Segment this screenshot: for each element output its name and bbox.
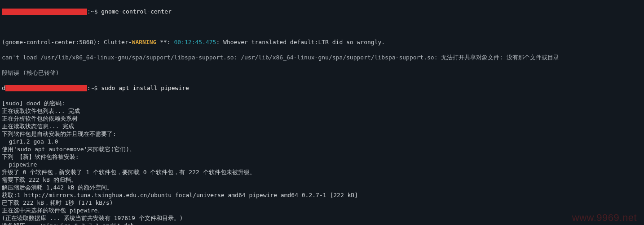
apt-line: 正在读取状态信息... 完成 bbox=[2, 122, 642, 130]
segfault-line: 段错误 (核心已转储) bbox=[2, 69, 642, 76]
warning-label: WARNING bbox=[132, 39, 157, 45]
apt-line: 升级了 0 个软件包，新安装了 1 个软件包，要卸载 0 个软件包，有 222 … bbox=[2, 168, 642, 176]
prompt-suffix-2: :~$ bbox=[87, 85, 101, 91]
terminal-output[interactable]: xxxxxxxxxxxxxxxxxxxxxxx:~$ gnome-control… bbox=[0, 0, 644, 225]
log-mid: **: bbox=[156, 39, 174, 45]
apt-line: 正在读取软件包列表... 完成 bbox=[2, 107, 642, 115]
apt-line: 解压缩后会消耗 1,442 kB 的额外空间。 bbox=[2, 184, 642, 191]
redacted-host-1: xxxxxxxxxxxxxxxxxxxxxxx bbox=[2, 9, 87, 15]
apt-line: 正在分析软件包的依赖关系树 bbox=[2, 115, 642, 122]
apt-line: pipewire bbox=[2, 161, 642, 168]
command-2: sudo apt install pipewire bbox=[101, 85, 189, 91]
apt-line: 下列 【新】软件包将被安装: bbox=[2, 153, 642, 161]
apt-line: gir1.2-goa-1.0 bbox=[2, 138, 642, 145]
cant-load-line: can't load /usr/lib/x86_64-linux-gnu/spa… bbox=[2, 54, 642, 61]
prompt-suffix-1: :~$ bbox=[87, 8, 101, 15]
watermark: www.9969.net bbox=[572, 214, 637, 221]
apt-line: 下列软件包是自动安装的并且现在不需要了: bbox=[2, 130, 642, 138]
clutter-warning-line: (gnome-control-center:5868): Clutter-WAR… bbox=[2, 38, 642, 46]
apt-output-block: [sudo] dood 的密码:正在读取软件包列表... 完成正在分析软件包的依… bbox=[2, 99, 642, 225]
apt-line: 需要下载 222 kB 的归档。 bbox=[2, 176, 642, 184]
apt-line: 获取:1 http://mirrors.tuna.tsinghua.edu.cn… bbox=[2, 191, 642, 199]
blank-line bbox=[2, 23, 642, 31]
log-timestamp: 00:12:45.475 bbox=[174, 39, 216, 45]
log-message: : Whoever translated default:LTR did so … bbox=[216, 39, 385, 45]
prompt-line-2: dxxxxxxxxxxxxxxxxxxxxxx:~$ sudo apt inst… bbox=[2, 84, 642, 92]
leading-char: d bbox=[2, 85, 5, 91]
command-1: gnome-control-center bbox=[101, 8, 172, 15]
redacted-host-2: xxxxxxxxxxxxxxxxxxxxxx bbox=[5, 85, 87, 91]
log-prefix: (gnome-control-center:5868): Clutter- bbox=[2, 39, 132, 45]
prompt-line-1: xxxxxxxxxxxxxxxxxxxxxxx:~$ gnome-control… bbox=[2, 8, 642, 15]
apt-line: 已下载 222 kB，耗时 1秒 (171 kB/s) bbox=[2, 199, 642, 207]
apt-line: 使用'sudo apt autoremove'来卸载它(它们)。 bbox=[2, 145, 642, 153]
apt-line: (正在读取数据库 ... 系统当前共安装有 197619 个文件和目录。) bbox=[2, 214, 642, 222]
apt-line: 正在选中未选择的软件包 pipewire。 bbox=[2, 207, 642, 214]
apt-line: [sudo] dood 的密码: bbox=[2, 99, 642, 107]
apt-line: 准备解压 .../pipewire_0.2.7-1_amd64.deb ... bbox=[2, 222, 642, 225]
